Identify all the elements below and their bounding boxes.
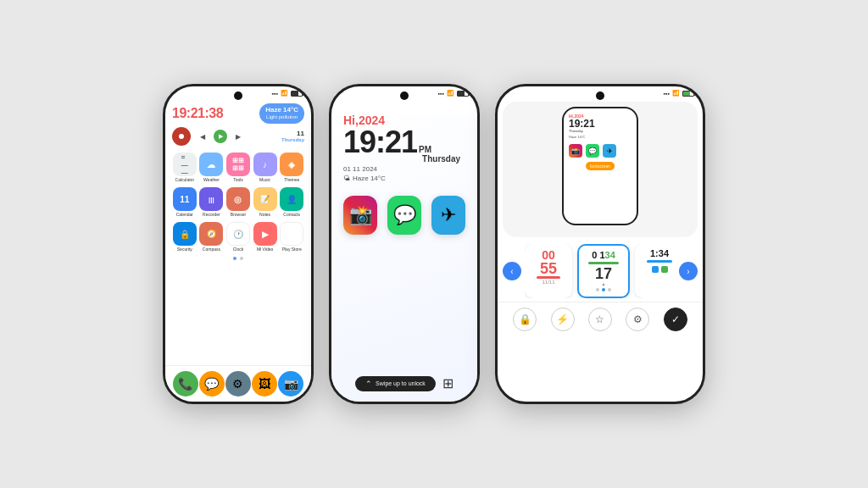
wc3-swatches [652, 266, 668, 273]
widget-preview-area: Hi,2024 19:21 Thursday Haze 14°C 📸 💬 ✈ l… [503, 102, 698, 237]
ls-app-row: 📸 💬 ✈ [343, 196, 465, 235]
swipe-unlock-button[interactable]: ⌃ Swipe up to unlock [355, 376, 436, 391]
next-button[interactable]: ▶ [231, 130, 245, 143]
music-disc[interactable] [172, 127, 191, 146]
app-icon-clock: 🕐 [226, 222, 250, 246]
wc1-time-bot: 55 [540, 261, 557, 276]
action-star-button[interactable]: ☆ [588, 308, 612, 331]
weather-sub: Light pollution [265, 114, 298, 121]
app-grid-row1: =—— Calculator ☁ Weather ⊞⊞⊞⊞ Tools ♪ Mu… [172, 152, 304, 182]
carousel-next-arrow[interactable]: › [679, 262, 698, 280]
widget-card-1[interactable]: 00 55 11/11 [525, 244, 572, 298]
phone-lock-screen: ▪▪▪ 📶 Hi,2024 19:21 PM Thursday 01 11 20… [329, 84, 480, 404]
app-browser[interactable]: ◎ Browser [225, 187, 251, 217]
ls-time-row: 19:21 PM Thursday [343, 127, 465, 164]
wc3-time: 1:34 [650, 249, 669, 258]
ls-app-whatsapp[interactable]: 💬 [387, 196, 421, 235]
weather-temp: Haze 14°C [265, 106, 298, 114]
action-settings-button[interactable]: ⚙ [626, 308, 649, 331]
prev-button[interactable]: ◀ [196, 130, 209, 143]
page-dot-1 [233, 257, 236, 260]
app-clock[interactable]: 🕐 Clock [225, 222, 251, 252]
wc2-bar [588, 262, 619, 264]
app-mivideo[interactable]: ▶ Mi Video [253, 222, 278, 252]
app-icon-compass: 🧭 [199, 222, 223, 246]
app-calendar[interactable]: 11 Calendar [172, 187, 198, 217]
app-label-music: Music [259, 177, 270, 182]
mini-weather: Haze 14°C [569, 135, 632, 139]
ls-time: 19:21 [343, 127, 417, 158]
app-icon-tools: ⊞⊞⊞⊞ [226, 152, 250, 176]
app-label-contacts: Contacts [283, 212, 300, 217]
app-music[interactable]: ♪ Music [253, 152, 278, 182]
play-button[interactable]: ▶ [214, 130, 227, 143]
mini-time: 19:21 [569, 119, 632, 129]
app-compass[interactable]: 🧭 Compass [199, 222, 225, 252]
wc3-bar [647, 260, 672, 263]
app-tools[interactable]: ⊞⊞⊞⊞ Tools [225, 152, 251, 182]
app-label-security: Security [177, 247, 192, 252]
mini-whatsapp: 💬 [586, 144, 599, 158]
wc-dot-1 [596, 288, 599, 291]
app-label-notes: Notes [259, 212, 270, 217]
app-label-compass: Compass [203, 247, 220, 252]
wc-dot-3 [608, 288, 611, 291]
lockscreen-badge: lockscreen [586, 162, 615, 170]
swatch-blue [652, 266, 659, 273]
mini-apps: 📸 💬 ✈ [569, 144, 632, 158]
app-grid-row3: 🔒 Security 🧭 Compass 🕐 Clock ▶ Mi Video … [172, 222, 304, 252]
app-label-clock: Clock [233, 247, 244, 252]
music-controls: ◀ ▶ ▶ [196, 130, 276, 143]
app-label-themes: Themes [284, 177, 299, 182]
date-widget: 11 Thursday [281, 130, 304, 144]
app-calculator[interactable]: =—— Calculator [172, 152, 198, 182]
swipe-up-icon: ⌃ [365, 380, 372, 388]
app-icon-playstore: ▷ [280, 222, 303, 246]
app-label-browser: Browser [231, 212, 246, 217]
phone-home-screen: ▪▪▪ 📶 19:21:38 Haze 14°C Light pollution… [163, 84, 314, 404]
dock-camera[interactable]: 📷 [278, 371, 303, 396]
wc1-label: 11/11 [542, 280, 554, 285]
app-weather[interactable]: ☁ Weather [199, 152, 225, 182]
ls-weekday: Thursday [422, 154, 460, 164]
app-label-playstore: Play Store [282, 247, 302, 252]
action-power-button[interactable]: ⚡ [551, 308, 575, 331]
app-security[interactable]: 🔒 Security [172, 222, 198, 252]
app-playstore[interactable]: ▷ Play Store [279, 222, 304, 252]
widget-card-3[interactable]: 1:34 [635, 244, 676, 298]
app-contacts[interactable]: 👤 Contacts [279, 187, 304, 217]
dock-messages[interactable]: 💬 [199, 371, 225, 396]
wc1-bar [537, 276, 560, 279]
action-lock-button[interactable]: 🔒 [513, 308, 537, 331]
app-label-calculator: Calculator [175, 177, 195, 182]
app-themes[interactable]: ◈ Themes [279, 152, 304, 182]
battery-icon-3 [682, 91, 694, 97]
action-confirm-button[interactable]: ✓ [664, 308, 687, 331]
app-label-mivideo: Mi Video [257, 247, 273, 252]
battery-icon [291, 91, 303, 97]
app-icon-browser: ◎ [226, 187, 250, 211]
lockscreen-bottom: ⌃ Swipe up to unlock ⊞ [331, 375, 477, 391]
qr-icon[interactable]: ⊞ [442, 375, 453, 391]
app-icon-security: 🔒 [173, 222, 197, 246]
swipe-label: Swipe up to unlock [376, 380, 426, 386]
app-icon-weather: ☁ [199, 152, 223, 176]
home-screen-content: 19:21:38 Haze 14°C Light pollution ◀ ▶ ▶… [165, 103, 311, 260]
signal-icon-2: ▪▪▪ [438, 91, 444, 97]
ls-app-instagram[interactable]: 📸 [343, 196, 377, 235]
app-label-calendar: Calendar [176, 212, 193, 217]
widget-carousel: ‹ 00 55 11/11 0 134 17 ▲ [498, 241, 703, 302]
dock-settings[interactable]: ⚙ [225, 371, 251, 396]
ls-date: 01 11 2024 [343, 165, 465, 173]
carousel-prev-arrow[interactable]: ‹ [503, 262, 521, 280]
time-widget: 19:21:38 [172, 106, 223, 121]
ls-app-telegram[interactable]: ✈ [431, 196, 465, 235]
app-recorder[interactable]: ||| Recorder [199, 187, 225, 217]
dock-gallery[interactable]: 🖼 [252, 371, 277, 396]
widget-card-2[interactable]: 0 134 17 ▲ [577, 244, 630, 298]
music-row: ◀ ▶ ▶ 11 Thursday [172, 127, 304, 146]
app-icon-mivideo: ▶ [253, 222, 277, 246]
app-notes[interactable]: 📝 Notes [253, 187, 278, 217]
widget-row: 19:21:38 Haze 14°C Light pollution [172, 103, 304, 124]
dock-phone[interactable]: 📞 [173, 371, 198, 396]
